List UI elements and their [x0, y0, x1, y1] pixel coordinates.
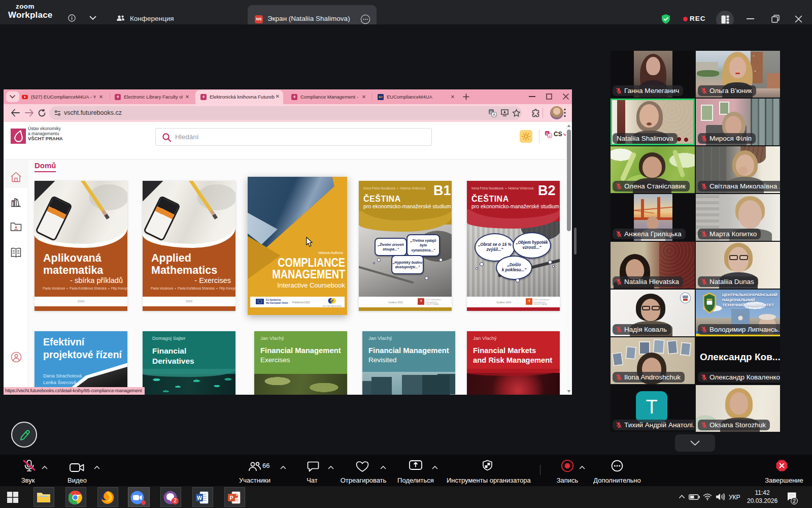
svg-text:A: A: [493, 113, 495, 116]
svg-text:W: W: [197, 495, 202, 501]
svg-text:P: P: [229, 495, 233, 501]
svg-text:EU: EU: [379, 96, 383, 99]
